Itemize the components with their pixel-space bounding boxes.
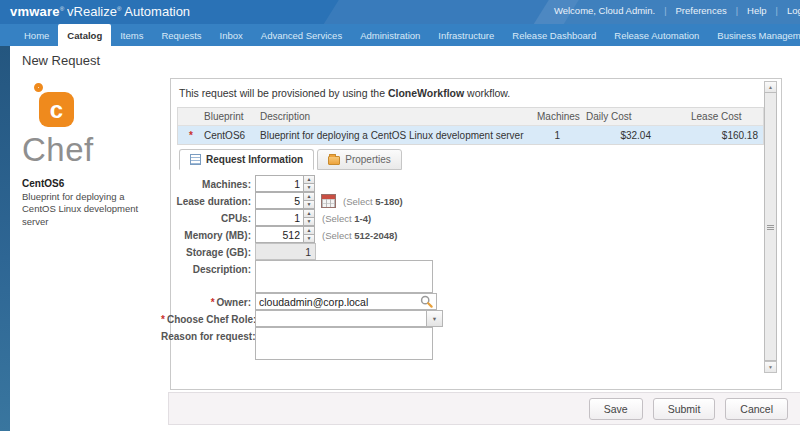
spinner-down-icon[interactable]: ▼ [303,200,315,209]
user-menu: Welcome, Cloud Admin. | Preferences | He… [554,5,800,16]
tab-properties[interactable]: Properties [317,149,402,170]
sidebar-accent-strip [0,46,10,431]
machines-label: Machines: [161,175,255,190]
lease-duration-input[interactable] [255,192,304,209]
preferences-link[interactable]: Preferences [675,5,726,16]
spinner-down-icon[interactable]: ▼ [303,234,315,243]
request-panel: This request will be provisioned by usin… [170,78,782,390]
page-title: New Request [22,53,164,68]
reason-row: Reason for request: [161,327,763,360]
chef-logo: c Chef [22,83,164,169]
chevron-down-icon[interactable]: ▼ [426,311,442,326]
search-icon[interactable] [420,295,433,308]
help-link[interactable]: Help [747,5,767,16]
memory-label: Memory (MB): [161,226,255,241]
cpus-stepper: ▲ ▼ [303,209,315,226]
description-row: Description: [161,260,763,293]
catalog-item-description: Blueprint for deploying a CentOS Linux d… [22,191,160,228]
row-description: Blueprint for deploying a CentOS Linux d… [260,130,532,141]
app-banner: vmware®vRealize®Automation Welcome, Clou… [0,0,800,24]
hint-range: 512-2048) [354,230,397,241]
nav-tab-release-automation[interactable]: Release Automation [605,24,708,46]
nav-tab-requests[interactable]: Requests [152,24,210,46]
menu-separator: | [664,6,666,16]
reason-label: Reason for request: [161,327,255,342]
nav-tab-advanced-services[interactable]: Advanced Services [252,24,351,46]
owner-field [255,293,437,310]
catalog-item-name: CentOS6 [22,178,164,189]
hint-prefix: (Select [343,196,375,207]
memory-input[interactable] [255,226,304,243]
row-blueprint: CentOS6 [204,130,260,141]
form-icon [190,154,201,165]
vmware-vrealize-logo: vmware®vRealize®Automation [10,4,190,19]
save-button[interactable]: Save [589,398,643,420]
calendar-icon[interactable] [321,194,336,208]
tab-request-information[interactable]: Request Information [179,149,314,170]
brand-suffix: Automation [124,4,190,19]
chef-role-input[interactable] [256,311,426,326]
brand-product: vRealize [67,4,117,19]
row-daily-cost: $32.04 [582,130,677,141]
col-description: Description [260,111,532,122]
required-marker: * [161,314,165,325]
col-machines: Machines [532,111,582,122]
description-textarea[interactable] [255,260,433,293]
chef-wordmark: Chef [22,131,164,169]
blueprint-table-header: Blueprint Description Machines Daily Cos… [178,108,763,126]
menu-separator: | [736,6,738,16]
scroll-down-icon[interactable]: ▼ [764,361,777,373]
nav-tab-administration[interactable]: Administration [351,24,429,46]
workflow-name: CloneWorkflow [388,87,464,99]
hint-range: 5-180) [375,196,402,207]
scrollbar-thumb[interactable] [764,92,777,361]
spinner-down-icon[interactable]: ▼ [303,183,315,192]
machines-row: Machines: ▲ ▼ [161,175,763,192]
registered-mark: ® [117,6,121,12]
chef-icon-letter: c [39,92,74,127]
provision-note: This request will be provisioned by usin… [179,87,763,99]
logout-link[interactable]: Logout [787,5,800,16]
owner-label: *Owner: [161,293,255,308]
scrollbar-grip [767,225,774,230]
lease-duration-label: Lease duration: [161,192,255,207]
hint-range: 1-4) [354,213,371,224]
reason-textarea[interactable] [255,327,433,360]
submit-button[interactable]: Submit [653,398,716,420]
owner-input[interactable] [259,296,420,308]
owner-row: *Owner: [161,293,763,310]
main-nav: Home Catalog Items Requests Inbox Advanc… [0,24,800,46]
nav-tab-items[interactable]: Items [111,24,152,46]
provision-note-prefix: This request will be provisioned by usin… [179,87,388,99]
machines-input[interactable] [255,175,304,192]
brand-name: vmware [10,4,60,19]
vrealize-automation-window: vmware®vRealize®Automation Welcome, Clou… [0,0,800,431]
nav-tab-infrastructure[interactable]: Infrastructure [429,24,503,46]
cpus-input[interactable] [255,209,304,226]
cancel-button[interactable]: Cancel [725,398,788,420]
chef-icon-ring [34,83,43,92]
catalog-item-summary: New Request c Chef CentOS6 Blueprint for… [22,53,164,228]
cpus-label: CPUs: [161,209,255,224]
description-label: Description: [161,260,255,275]
nav-tab-inbox[interactable]: Inbox [211,24,252,46]
chef-role-combobox: ▼ [255,310,443,327]
chef-icon: c [34,83,82,129]
nav-tab-release-dashboard[interactable]: Release Dashboard [503,24,605,46]
machines-stepper: ▲ ▼ [303,175,315,192]
nav-tab-business-management[interactable]: Business Management [708,24,800,46]
table-row[interactable]: * CentOS6 Blueprint for deploying a Cent… [178,126,763,144]
nav-tab-home[interactable]: Home [15,24,58,46]
panel-scrollbar[interactable]: ▲ ▼ [764,81,777,373]
required-marker: * [211,297,215,308]
memory-stepper: ▲ ▼ [303,226,315,243]
hint-prefix: (Select [322,230,354,241]
lease-duration-row: Lease duration: ▲ ▼ (Select 5-180) [161,192,763,209]
storage-input [255,243,316,260]
spinner-down-icon[interactable]: ▼ [303,217,315,226]
col-blueprint: Blueprint [204,111,260,122]
nav-tab-catalog[interactable]: Catalog [58,24,111,46]
folder-icon [328,156,340,165]
memory-row: Memory (MB): ▲ ▼ (Select 512-2048) [161,226,763,243]
welcome-text: Welcome, Cloud Admin. [554,5,655,16]
